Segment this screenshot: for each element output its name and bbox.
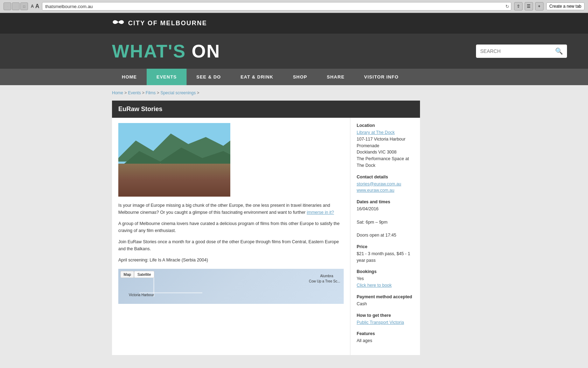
location-label: Location bbox=[357, 123, 414, 128]
nav-see-do[interactable]: SEE & DO bbox=[187, 69, 231, 85]
price-label: Price bbox=[357, 244, 414, 249]
map-label-victoria: Victoria Harbour bbox=[129, 293, 154, 297]
new-tab-button[interactable]: Create a new tab bbox=[546, 2, 584, 10]
event-doors: Doors open at 17:45 bbox=[357, 233, 396, 238]
map-controls: Map Satellite bbox=[120, 271, 154, 278]
map-label-cow: Cow Up a Tree Sc... bbox=[309, 279, 340, 283]
whats-on-white: ON bbox=[192, 41, 220, 61]
header-section: WHAT'S ON 🔍 bbox=[0, 34, 588, 69]
breadcrumb-home[interactable]: Home bbox=[112, 90, 123, 95]
event-right: Location Library at The Dock 107-117 Vic… bbox=[350, 118, 420, 355]
map-placeholder: Alumbra Victoria Harbour Cow Up a Tree S… bbox=[118, 269, 344, 304]
top-bar: CITY OF MELBOURNE bbox=[0, 13, 588, 34]
logo-container: CITY OF MELBOURNE bbox=[112, 17, 207, 29]
back-button[interactable]: ‹ bbox=[4, 2, 11, 10]
location-name-link[interactable]: Library at The Dock bbox=[357, 130, 395, 135]
event-desc-3: Join EuRaw Stories once a month for a go… bbox=[118, 238, 344, 252]
breadcrumb-special-screenings[interactable]: Special screenings bbox=[160, 90, 196, 95]
event-desc-2: A group of Melbourne cinema lovers have … bbox=[118, 220, 344, 234]
breadcrumb-films[interactable]: Films bbox=[146, 90, 156, 95]
price-section: Price $21 - 3 month pass, $45 - 1 year p… bbox=[357, 244, 414, 264]
search-input[interactable] bbox=[480, 48, 552, 54]
dates-section: Dates and times 16/04/2016 Sat: 6pm – 9p… bbox=[357, 199, 414, 239]
search-box: 🔍 bbox=[476, 45, 567, 58]
bookings-label: Bookings bbox=[357, 269, 414, 274]
nav-home[interactable]: HOME bbox=[112, 69, 147, 85]
contact-label: Contact details bbox=[357, 175, 414, 179]
features-value: All ages bbox=[357, 338, 414, 344]
event-image-svg bbox=[118, 123, 230, 197]
location-address-2: Promenade bbox=[357, 143, 379, 148]
nav-eat-drink[interactable]: EAT & DRINK bbox=[231, 69, 283, 85]
browser-actions: ⇧ ☰ + bbox=[514, 2, 544, 11]
location-address-1: 107-117 Victoria Harbour bbox=[357, 137, 405, 142]
add-tab-icon-button[interactable]: + bbox=[535, 2, 544, 11]
transport-value: Public Transport Victoria bbox=[357, 319, 414, 326]
melbourne-logo-icon bbox=[112, 17, 125, 29]
font-large-button[interactable]: A bbox=[35, 3, 40, 9]
svg-rect-2 bbox=[146, 162, 230, 183]
nav-visitor-info[interactable]: VISITOR INFO bbox=[354, 69, 408, 85]
breadcrumb-sep-3: > bbox=[157, 90, 160, 95]
bookings-yes: Yes bbox=[357, 276, 364, 281]
logo-svg bbox=[112, 17, 125, 27]
event-desc-4: April screening: Life Is A Miracle (Serb… bbox=[118, 257, 344, 264]
transport-link[interactable]: Public Transport Victoria bbox=[357, 320, 404, 325]
nav-share[interactable]: SHARE bbox=[317, 69, 355, 85]
refresh-icon[interactable]: ↻ bbox=[505, 4, 509, 9]
event-container: EuRaw Stories bbox=[112, 101, 420, 355]
nav-buttons: ‹ › □ bbox=[4, 2, 28, 10]
bookmark-button[interactable]: ☰ bbox=[525, 2, 533, 11]
immerse-link[interactable]: immerse in it? bbox=[307, 210, 334, 215]
contact-section: Contact details stories@euraw.com.au www… bbox=[357, 175, 414, 194]
event-body: Is your image of Europe missing a big ch… bbox=[112, 118, 420, 355]
breadcrumb-events[interactable]: Events bbox=[128, 90, 141, 95]
payment-label: Payment method accepted bbox=[357, 294, 414, 299]
map-label-alumbra: Alumbra bbox=[320, 274, 333, 278]
svg-rect-5 bbox=[118, 174, 230, 197]
svg-point-8 bbox=[171, 171, 185, 179]
contact-website-link[interactable]: www.euraw.com.au bbox=[357, 188, 394, 193]
breadcrumb: Home > Events > Films > Special screenin… bbox=[112, 90, 476, 95]
nav-shop[interactable]: SHOP bbox=[283, 69, 317, 85]
logo-text: CITY OF MELBOURNE bbox=[128, 20, 207, 27]
bookings-value: Yes Click here to book bbox=[357, 275, 414, 289]
font-small-button[interactable]: A bbox=[31, 4, 34, 9]
event-left: Is your image of Europe missing a big ch… bbox=[112, 118, 350, 355]
address-bar[interactable] bbox=[42, 2, 511, 11]
share-button[interactable]: ⇧ bbox=[514, 2, 523, 11]
address-bar-container: ↻ bbox=[42, 2, 511, 11]
payment-section: Payment method accepted Cash bbox=[357, 294, 414, 307]
satellite-view-button[interactable]: Satellite bbox=[134, 271, 154, 278]
features-label: Features bbox=[357, 331, 414, 336]
svg-rect-10 bbox=[155, 172, 190, 175]
bookings-link[interactable]: Click here to book bbox=[357, 283, 392, 288]
map-view-button[interactable]: Map bbox=[120, 271, 134, 278]
event-date: 16/04/2016 bbox=[357, 206, 379, 211]
website: CITY OF MELBOURNE WHAT'S ON 🔍 HOME EVENT… bbox=[0, 13, 588, 366]
location-value: Library at The Dock 107-117 Victoria Har… bbox=[357, 129, 414, 169]
event-desc: Is your image of Europe missing a big ch… bbox=[118, 202, 344, 264]
event-title: EuRaw Stories bbox=[118, 105, 162, 113]
breadcrumb-sep-2: > bbox=[142, 90, 146, 95]
whats-on-green: WHAT'S bbox=[112, 41, 186, 61]
font-size-controls: A A bbox=[31, 3, 39, 9]
dates-value: 16/04/2016 Sat: 6pm – 9pm Doors open at … bbox=[357, 206, 414, 239]
reload-button[interactable]: □ bbox=[20, 2, 28, 10]
event-title-bar: EuRaw Stories bbox=[112, 101, 420, 118]
event-time: Sat: 6pm – 9pm bbox=[357, 220, 387, 225]
location-section: Location Library at The Dock 107-117 Vic… bbox=[357, 123, 414, 169]
forward-button[interactable]: › bbox=[12, 2, 20, 10]
breadcrumb-sep-4: > bbox=[197, 90, 200, 95]
main-nav: HOME EVENTS SEE & DO EAT & DRINK SHOP SH… bbox=[0, 69, 588, 85]
price-value: $21 - 3 month pass, $45 - 1 year pass bbox=[357, 251, 414, 264]
browser-chrome: ‹ › □ A A ↻ ⇧ ☰ + Create a new tab bbox=[0, 0, 588, 13]
event-desc-1: Is your image of Europe missing a big ch… bbox=[118, 203, 330, 215]
breadcrumb-sep-1: > bbox=[124, 90, 128, 95]
search-icon[interactable]: 🔍 bbox=[555, 47, 563, 55]
contact-email-link[interactable]: stories@euraw.com.au bbox=[357, 182, 401, 186]
event-image bbox=[118, 123, 230, 197]
bookings-section: Bookings Yes Click here to book bbox=[357, 269, 414, 289]
contact-value: stories@euraw.com.au www.euraw.com.au bbox=[357, 181, 414, 194]
nav-events[interactable]: EVENTS bbox=[147, 69, 187, 85]
